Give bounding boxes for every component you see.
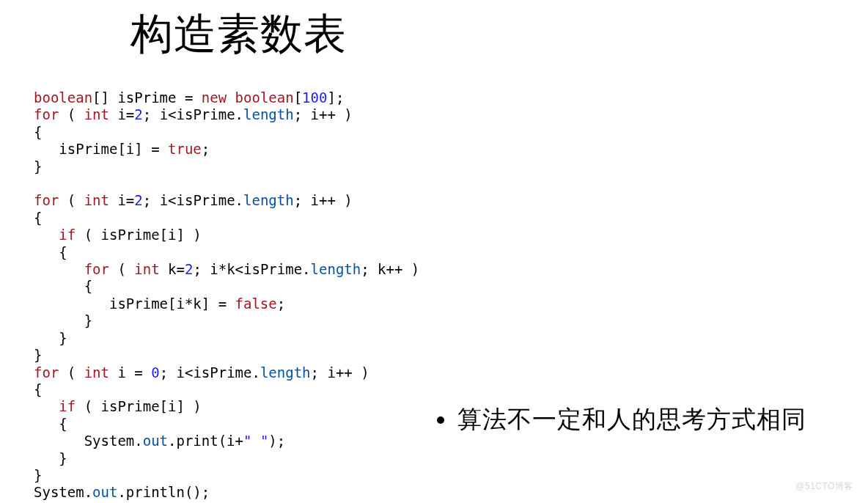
- num-literal: 0: [151, 364, 159, 381]
- code-text: ; i++ ): [311, 364, 369, 381]
- kw-for: for: [84, 261, 109, 277]
- kw-boolean: boolean: [34, 89, 92, 106]
- field-length: length: [311, 261, 361, 277]
- code-text: .print(i+: [168, 433, 243, 449]
- code-text: }: [34, 330, 67, 346]
- code-text: ; i<isPrime.: [143, 106, 243, 122]
- code-text: ; k++ ): [361, 261, 419, 277]
- code-text: [] isPrime =: [92, 89, 202, 106]
- code-text: ; i<isPrime.: [160, 364, 260, 381]
- code-text: }: [34, 450, 67, 466]
- code-text: k=: [160, 261, 185, 277]
- code-text: );: [268, 433, 285, 449]
- code-text: (: [59, 106, 84, 122]
- kw-for: for: [34, 192, 59, 208]
- code-text: {: [34, 124, 42, 140]
- num-literal: 100: [302, 89, 327, 106]
- num-literal: 2: [134, 192, 142, 208]
- code-text: isPrime[i] =: [34, 141, 168, 157]
- string-literal: " ": [243, 433, 268, 449]
- kw-boolean: boolean: [235, 89, 294, 106]
- code-text: (: [109, 261, 134, 277]
- code-text: (: [59, 192, 84, 208]
- code-text: [34, 261, 84, 277]
- code-text: ( isPrime[i] ): [76, 227, 202, 243]
- field-out: out: [143, 433, 168, 449]
- kw-if: if: [59, 398, 76, 414]
- num-literal: 2: [134, 106, 142, 122]
- code-text: ( isPrime[i] ): [76, 398, 202, 414]
- code-text: [: [294, 89, 302, 106]
- kw-int: int: [134, 261, 159, 277]
- page-title: 构造素数表: [130, 6, 347, 63]
- code-text: }: [34, 467, 42, 483]
- kw-for: for: [34, 106, 59, 122]
- code-text: ; i++ ): [294, 192, 353, 208]
- code-text: ; i++ ): [294, 106, 353, 122]
- code-text: ];: [327, 89, 344, 106]
- bullet-text: 算法不一定和人的思考方式相同: [457, 403, 806, 436]
- code-text: System.: [34, 433, 143, 449]
- code-text: System.: [34, 484, 92, 500]
- code-text: i =: [109, 364, 151, 381]
- watermark-text: @51CTO博客: [795, 480, 853, 493]
- code-text: {: [34, 416, 67, 432]
- num-literal: 2: [185, 261, 193, 277]
- kw-new: new: [202, 89, 227, 106]
- code-text: {: [34, 381, 42, 397]
- code-text: (: [59, 364, 84, 381]
- bullet-item: 算法不一定和人的思考方式相同: [437, 403, 806, 436]
- code-text: [227, 89, 235, 106]
- field-length: length: [243, 106, 294, 122]
- code-text: .println();: [117, 484, 210, 500]
- code-text: }: [34, 158, 42, 175]
- code-text: }: [34, 347, 42, 363]
- code-text: {: [34, 278, 92, 294]
- code-text: {: [34, 244, 67, 260]
- code-text: {: [34, 210, 42, 226]
- kw-int: int: [84, 106, 109, 122]
- code-text: }: [34, 312, 92, 328]
- code-text: i=: [109, 106, 134, 122]
- code-text: ; i*k<isPrime.: [193, 261, 310, 277]
- kw-for: for: [34, 364, 59, 381]
- code-text: ;: [277, 295, 285, 312]
- code-block: boolean[] isPrime = new boolean[100]; fo…: [34, 89, 419, 502]
- bullet-dot-icon: [437, 416, 444, 424]
- code-text: [34, 227, 59, 243]
- code-text: ; i<isPrime.: [143, 192, 243, 208]
- field-length: length: [243, 192, 294, 208]
- code-text: ;: [202, 141, 210, 157]
- field-length: length: [260, 364, 311, 381]
- kw-int: int: [84, 192, 109, 208]
- code-text: i=: [109, 192, 134, 208]
- kw-false: false: [235, 295, 277, 312]
- kw-int: int: [84, 364, 109, 381]
- field-out: out: [92, 484, 117, 500]
- kw-if: if: [59, 227, 76, 243]
- kw-true: true: [168, 141, 202, 157]
- code-text: [34, 398, 59, 414]
- code-text: isPrime[i*k] =: [34, 295, 235, 312]
